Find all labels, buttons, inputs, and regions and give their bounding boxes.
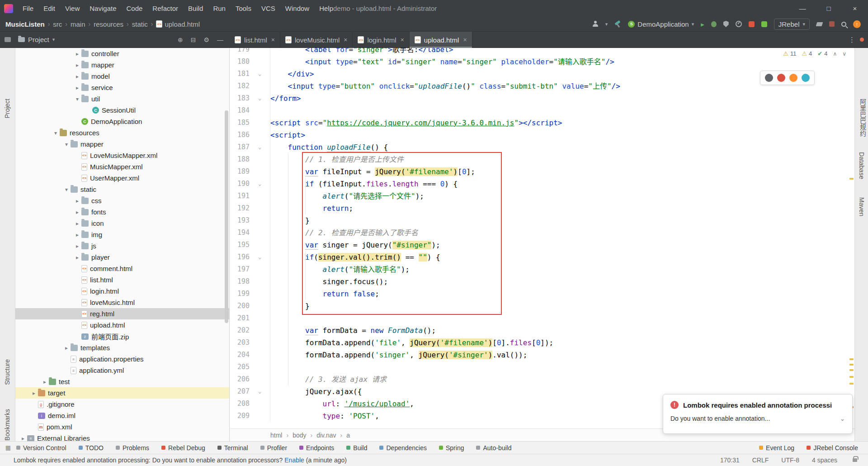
tree-item-comment.html[interactable]: <>comment.html: [15, 263, 229, 274]
tree-item-fonts[interactable]: ▸fonts: [15, 206, 229, 218]
tab-list.html[interactable]: <>list.html×: [230, 32, 280, 48]
stripe-warning-mark[interactable]: [849, 358, 854, 360]
close-button[interactable]: ×: [842, 0, 868, 17]
menu-window[interactable]: Window: [280, 0, 314, 17]
breadcrumb-item[interactable]: static: [132, 20, 148, 28]
tab-login.html[interactable]: <>login.html×: [353, 32, 409, 48]
toolwindow-build[interactable]: Build: [346, 444, 367, 452]
close-tab-icon[interactable]: ×: [463, 36, 467, 43]
tree-item-reg.html[interactable]: <>reg.html: [15, 308, 229, 319]
code-line-204[interactable]: 204 formData.append('singer', jQuery('#s…: [230, 349, 854, 361]
tree-item-img[interactable]: ▸img: [15, 229, 229, 240]
ok-count[interactable]: ✔ 4: [817, 50, 827, 57]
stripe-warning-mark[interactable]: [849, 369, 854, 371]
line-separator[interactable]: CRLF: [752, 456, 769, 464]
fold-marker-icon[interactable]: ⌄: [250, 141, 270, 153]
tree-item-mapper[interactable]: ▾mapper: [15, 138, 229, 150]
menu-vcs[interactable]: VCS: [256, 0, 280, 17]
stripe-warning-mark[interactable]: [849, 178, 854, 180]
stripe-warning-mark[interactable]: [849, 376, 854, 378]
build-hammer-icon[interactable]: [614, 21, 621, 28]
toolwindow-spring[interactable]: Spring: [439, 444, 464, 452]
lock-icon[interactable]: [853, 458, 857, 462]
code-line-185[interactable]: 185<script src="https://code.jquery.com/…: [230, 117, 854, 129]
breadcrumb-item[interactable]: <>upload.html: [156, 20, 200, 28]
menu-edit[interactable]: Edit: [38, 0, 60, 17]
code-line-187[interactable]: 187⌄ function uploadFile() {: [230, 141, 854, 153]
tree-item-controller[interactable]: ▸controller: [15, 48, 229, 59]
status-enable-link[interactable]: Enable: [284, 456, 304, 464]
prev-issue-icon[interactable]: ∧: [833, 51, 837, 57]
toolwindow-version-control[interactable]: Version Control: [16, 444, 66, 452]
breadcrumb-div.nav[interactable]: div.nav: [316, 432, 336, 439]
browser-edge-icon[interactable]: [802, 74, 810, 82]
toolwindow-jrebel-console[interactable]: JRebel Console: [807, 444, 858, 452]
browser-chrome-icon[interactable]: [777, 74, 785, 82]
profiler-button[interactable]: [736, 21, 742, 27]
tree-item-model[interactable]: ▸model: [15, 71, 229, 82]
tree-item-player[interactable]: ▸player: [15, 252, 229, 263]
code-line-180[interactable]: 180 <input type="text" id="singer" name=…: [230, 56, 854, 68]
chevron-down-icon[interactable]: ▾: [52, 37, 55, 43]
tab-upload.html[interactable]: <>upload.html×: [410, 32, 472, 48]
update-icon[interactable]: ↑: [853, 20, 861, 28]
debug-button[interactable]: [711, 21, 717, 27]
tree-item-js[interactable]: ▸js: [15, 240, 229, 252]
fold-marker-icon[interactable]: ⌄: [250, 92, 270, 105]
tree-item-LoveMusicMapper.xml[interactable]: <>LoveMusicMapper.xml: [15, 150, 229, 161]
tree-item-service[interactable]: ▸service: [15, 82, 229, 93]
breadcrumb-a[interactable]: a: [346, 432, 350, 439]
stripe-bookmarks[interactable]: Bookmarks: [4, 409, 11, 441]
user-icon[interactable]: [592, 21, 599, 27]
search-icon[interactable]: [841, 22, 846, 27]
tree-item-.gitignore[interactable]: g.gitignore: [15, 399, 229, 410]
stripe-database[interactable]: Database: [858, 152, 865, 179]
tree-item-target[interactable]: ▸target: [15, 387, 229, 399]
code-line-206[interactable]: 206 // 3. 发送 ajax 请求: [230, 373, 854, 385]
toolwindow-rebel-debug[interactable]: Rebel Debug: [161, 444, 205, 452]
stripe-structure[interactable]: Structure: [4, 359, 11, 385]
menu-code[interactable]: Code: [121, 0, 147, 17]
tree-item-DemoApplication[interactable]: CDemoApplication: [15, 116, 229, 127]
toolwindow-dependencies[interactable]: Dependencies: [379, 444, 427, 452]
tab-loveMusic.html[interactable]: <>loveMusic.html×: [280, 32, 353, 48]
toolwindow-problems[interactable]: Problems: [116, 444, 149, 452]
tree-item-mapper[interactable]: ▸mapper: [15, 59, 229, 71]
jrebel-dropdown[interactable]: JRebel ▾: [774, 19, 810, 30]
fold-marker-icon[interactable]: ⌄: [250, 385, 270, 398]
indent-setting[interactable]: 4 spaces: [812, 456, 837, 464]
tree-item-login.html[interactable]: <>login.html: [15, 285, 229, 297]
tree-item-upload.html[interactable]: <>upload.html: [15, 319, 229, 331]
menu-run[interactable]: Run: [208, 0, 231, 17]
fold-marker-icon[interactable]: ⌄: [250, 68, 270, 80]
tree-item-MusicMapper.xml[interactable]: <>MusicMapper.xml: [15, 161, 229, 172]
tree-item-demo.iml[interactable]: idemo.iml: [15, 410, 229, 421]
maximize-button[interactable]: □: [816, 0, 842, 17]
code-editor[interactable]: 179 <label for="singer">歌手名:</label>180 …: [230, 48, 854, 428]
code-line-202[interactable]: 202 var formData = new FormData();: [230, 324, 854, 337]
tree-item-util[interactable]: ▾util: [15, 93, 229, 105]
toolwindow-switcher-icon[interactable]: ▦: [0, 444, 16, 451]
project-stripe-icon[interactable]: [5, 37, 11, 42]
tree-item-test[interactable]: ▸test: [15, 376, 229, 387]
notification-toast[interactable]: ! Lombok requires enabled annotation pro…: [663, 394, 853, 434]
tree-item-UserMapper.xml[interactable]: <>UserMapper.xml: [15, 172, 229, 184]
browser-default-icon[interactable]: [765, 74, 773, 82]
inspections-widget[interactable]: ⚠ 11 ⚠ 4 ✔ 4 ∧ ∨: [783, 50, 846, 57]
menu-refactor[interactable]: Refactor: [147, 0, 183, 17]
tree-item-list.html[interactable]: <>list.html: [15, 274, 229, 285]
tree-item-loveMusic.html[interactable]: <>loveMusic.html: [15, 297, 229, 308]
stripe-project[interactable]: Project: [4, 99, 11, 119]
code-line-179[interactable]: 179 <label for="singer">歌手名:</label>: [230, 48, 854, 56]
tree-item-static[interactable]: ▾static: [15, 184, 229, 195]
breadcrumb-html[interactable]: html: [270, 432, 282, 439]
collapse-all-icon[interactable]: ⊟: [191, 36, 196, 43]
fold-marker-icon[interactable]: ⌄: [250, 251, 270, 263]
warnings-count[interactable]: ⚠ 11: [783, 50, 796, 57]
toolwindow-terminal[interactable]: Terminal: [217, 444, 248, 452]
weak-warnings-count[interactable]: ⚠ 4: [802, 50, 812, 57]
run-button[interactable]: ▸: [701, 21, 704, 28]
close-tab-icon[interactable]: ×: [401, 36, 404, 43]
breadcrumb-body[interactable]: body: [292, 432, 306, 439]
breadcrumb-item[interactable]: main: [71, 20, 85, 28]
